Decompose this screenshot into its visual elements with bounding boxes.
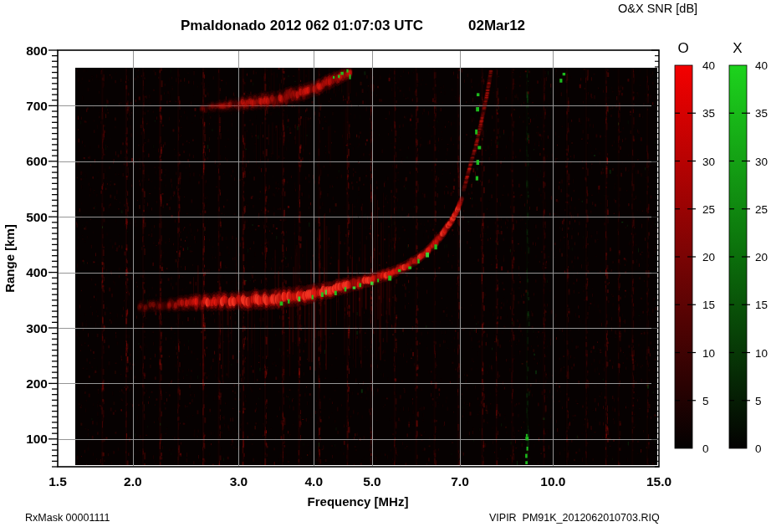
colorbar-tick-label: 10 [755, 347, 768, 360]
x-axis-tick-labels: 1.52.03.04.05.07.010.015.0 [49, 474, 671, 489]
colorbar-tick-label: 20 [702, 251, 715, 263]
colorbar-tick-label: 25 [702, 203, 715, 216]
title-date: 02Mar12 [468, 18, 525, 34]
ionogram-axes-overlay: 800700600500400300200100 1.52.03.04.05.0… [0, 0, 771, 532]
colorbar-tick-label: 35 [702, 107, 715, 120]
rxmask-label: RxMask 00001111 [25, 512, 110, 524]
x-tick-label: 15.0 [646, 474, 671, 489]
colorbar-tick-label: 15 [702, 299, 715, 311]
y-tick-label: 100 [26, 432, 48, 446]
y-tick-label: 500 [26, 210, 48, 224]
colorbar-tick-label: 30 [755, 156, 768, 168]
colorbar-tick-label: 40 [702, 59, 715, 72]
y-tick-label: 300 [26, 321, 48, 335]
colorbar-title: O&X SNR [dB] [618, 2, 697, 15]
colorbar-tick-label: 10 [702, 347, 715, 360]
colorbar-tick-label: 5 [755, 395, 762, 407]
title-station-datetime: Pmaldonado 2012 062 01:07:03 UTC [181, 18, 423, 34]
data-file-label: VIPIR PM91K_2012062010703.RIQ [489, 512, 660, 524]
x-tick-label: 2.0 [124, 474, 142, 489]
colorbar-tick-label: 25 [755, 203, 768, 216]
y-tick-label: 400 [26, 265, 48, 279]
plot-frame [58, 50, 659, 467]
x-axis-title: Frequency [MHz] [308, 494, 409, 509]
colorbar-tick-label: 20 [755, 251, 768, 263]
x-tick-label: 4.0 [304, 474, 323, 489]
y-tick-label: 800 [26, 43, 48, 58]
x-tick-label: 5.0 [363, 474, 381, 489]
colorbar-tick-label: 5 [702, 395, 709, 407]
colorbar-tick-label: 15 [755, 299, 768, 311]
colorbar-tick-label: 40 [755, 59, 768, 72]
x-tick-label: 7.0 [451, 474, 469, 489]
x-tick-label: 3.0 [230, 474, 248, 489]
x-tick-label: 1.5 [49, 474, 67, 489]
x-colorbar-label: X [733, 40, 742, 56]
y-tick-label: 600 [26, 154, 48, 168]
y-tick-label: 700 [26, 99, 48, 113]
y-tick-label: 200 [26, 376, 48, 391]
o-colorbar-label: O [677, 40, 688, 56]
ionogram-page: 800700600500400300200100 1.52.03.04.05.0… [0, 0, 771, 532]
colorbar-tick-label: 0 [755, 442, 762, 455]
axis-ticks [49, 50, 659, 467]
plot-title: Pmaldonado 2012 062 01:07:03 UTC 02Mar12 [0, 18, 771, 36]
snr-colorbars: O X 40353025201510504035302520151050 [675, 40, 768, 455]
x-tick-label: 10.0 [540, 474, 565, 489]
colorbar-tick-label: 35 [755, 107, 768, 120]
y-axis-title: Range [km] [3, 224, 17, 293]
colorbar-tick-label: 0 [702, 442, 709, 455]
colorbar-tick-label: 30 [702, 156, 715, 168]
y-axis-tick-labels: 800700600500400300200100 [26, 43, 48, 447]
